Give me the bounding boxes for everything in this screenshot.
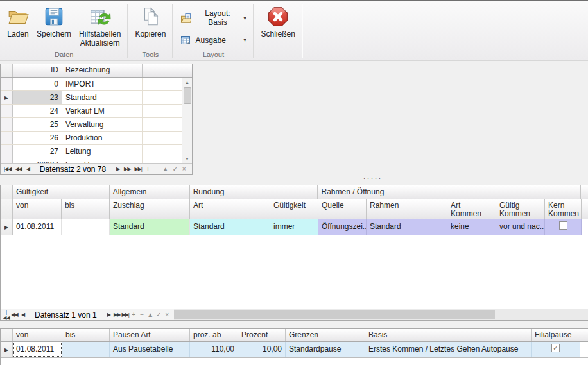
cell-gueltig-kommen[interactable]: vor und nac...	[496, 219, 545, 235]
cell-zuschlag[interactable]: Standard	[110, 219, 190, 235]
table-row-selected[interactable]: ▶ 23 Standard	[1, 91, 192, 105]
table-row[interactable]: 20087 Logistik	[1, 158, 192, 163]
cell-id[interactable]: 27	[13, 145, 62, 158]
cell-von[interactable]: 01.08.2011	[13, 219, 62, 235]
cell-bezeichnung[interactable]: Verwaltung	[62, 118, 143, 131]
nav-last-button[interactable]: ▶▶|	[132, 165, 143, 174]
cell-bezeichnung[interactable]: Produktion	[62, 132, 143, 144]
nav-next-button[interactable]: ▶	[105, 310, 113, 319]
cell-bezeichnung[interactable]: Logistik	[62, 158, 143, 163]
nav-edit-button[interactable]: ▲	[160, 165, 171, 174]
band-gueltigkeit[interactable]: Gültigkeit	[13, 185, 110, 199]
cell-gueltigkeit[interactable]: immer	[270, 219, 318, 235]
column-header-filialpause[interactable]: Filialpause	[532, 329, 580, 341]
cell-id[interactable]: 20087	[13, 158, 62, 163]
filialpause-checkbox[interactable]: ✓	[551, 344, 560, 352]
cell-bezeichnung[interactable]: Leitung	[62, 145, 143, 158]
column-header-von[interactable]: von	[13, 329, 62, 341]
column-header-gueltig-kommen[interactable]: Gültig Kommen	[496, 199, 545, 219]
scroll-up-icon[interactable]: ▲	[182, 78, 192, 87]
column-header-art-kommen[interactable]: Art Kommen	[447, 199, 496, 219]
column-header-id[interactable]: ID	[13, 64, 62, 77]
column-header-pausen-art[interactable]: Pausen Art	[110, 329, 190, 341]
column-header-bezeichnung[interactable]: Bezeichnung	[62, 64, 143, 77]
table-row[interactable]: 26 Produktion	[1, 132, 192, 145]
cell-prozent[interactable]: 10,00	[238, 342, 286, 357]
cell-von-focused[interactable]: 01.08.2011	[13, 342, 62, 357]
column-header-art[interactable]: Art	[190, 199, 270, 219]
scrollbar-thumb[interactable]	[174, 310, 495, 319]
cell-id-selected[interactable]: 23	[13, 91, 62, 104]
nav-edit-button[interactable]: ▲	[146, 310, 155, 319]
cell-id[interactable]: 24	[13, 105, 62, 117]
laden-button[interactable]: Laden	[3, 3, 33, 40]
cell-art[interactable]: Standard	[190, 219, 270, 235]
cell-proz-ab[interactable]: 110,00	[190, 342, 238, 357]
band-allgemein[interactable]: Allgemein	[110, 185, 190, 199]
speichern-button[interactable]: Speichern	[33, 3, 75, 40]
nav-prev-page-button[interactable]: ◀◀	[13, 165, 23, 174]
hilfstabellen-aktualisieren-button[interactable]: Hilfstabellen Aktualisiern	[75, 3, 125, 49]
band-rahmen-oeffnung[interactable]: Rahmen / Öffnung	[318, 185, 581, 199]
kern-kommen-checkbox[interactable]	[559, 221, 567, 230]
vertical-scrollbar[interactable]: ▲ ▼	[182, 78, 192, 163]
column-header-prozent[interactable]: Prozent	[238, 329, 286, 341]
ausgabe-dropdown[interactable]: Ausgabe ▾	[178, 34, 248, 46]
table-row[interactable]: ▶ 01.08.2011 Standard Standard immer Öff…	[1, 219, 588, 235]
column-header-bis[interactable]: bis	[62, 329, 110, 341]
horizontal-splitter-2[interactable]: ·····	[0, 322, 588, 328]
cell-grenzen[interactable]: Standardpause	[286, 342, 365, 357]
column-header-gueltigkeit[interactable]: Gültigkeit	[270, 199, 318, 219]
nav-delete-button[interactable]: −	[138, 310, 146, 319]
layout-basis-dropdown[interactable]: Layout: Basis ▾	[178, 8, 248, 28]
column-header-grenzen[interactable]: Grenzen	[286, 329, 365, 341]
table-row[interactable]: 0 IMPORT	[1, 78, 192, 91]
table-row[interactable]: 24 Verkauf LM	[1, 105, 192, 118]
nav-prev-button[interactable]: ◀	[24, 165, 32, 174]
schliessen-button[interactable]: Schließen	[257, 3, 298, 40]
column-header-rahmen[interactable]: Rahmen	[367, 199, 447, 219]
nav-add-button[interactable]: +	[130, 310, 138, 319]
table-row[interactable]: 27 Leitung	[1, 145, 192, 158]
kopieren-button[interactable]: Kopieren	[131, 3, 169, 40]
nav-first-button[interactable]: |◀◀	[2, 165, 13, 174]
nav-prev-page-button[interactable]: ◀◀	[10, 310, 19, 319]
column-header-zuschlag[interactable]: Zuschlag	[110, 199, 190, 219]
cell-art-kommen[interactable]: keine	[447, 219, 496, 235]
nav-delete-button[interactable]: −	[152, 165, 160, 174]
horizontal-splitter-1[interactable]: ·····	[0, 176, 588, 182]
column-header-proz-ab[interactable]: proz. ab	[190, 329, 238, 341]
cell-id[interactable]: 25	[13, 118, 62, 131]
nav-next-button[interactable]: ▶	[114, 165, 122, 174]
cell-bezeichnung[interactable]: Standard	[62, 91, 143, 104]
scroll-down-icon[interactable]: ▼	[182, 154, 192, 163]
nav-next-page-button[interactable]: ▶▶	[122, 165, 132, 174]
column-header-bis[interactable]: bis	[62, 199, 110, 219]
horizontal-scrollbar[interactable]	[174, 309, 588, 320]
table-row[interactable]: 25 Verwaltung	[1, 118, 192, 132]
nav-post-button[interactable]: ✓	[155, 310, 163, 319]
nav-cancel-button[interactable]: ×	[180, 165, 188, 174]
nav-next-page-button[interactable]: ▶▶	[113, 310, 121, 319]
table-row[interactable]: ▶ 01.08.2011 Aus Pausetabelle 110,00 10,…	[1, 342, 588, 358]
cell-bis[interactable]	[62, 219, 110, 235]
nav-add-button[interactable]: +	[144, 165, 152, 174]
column-header-von[interactable]: von	[13, 199, 62, 219]
nav-post-button[interactable]: ✓	[171, 165, 180, 174]
cell-basis[interactable]: Erstes Kommen / Letztes Gehen Autopause	[365, 342, 532, 357]
cell-pausen-art[interactable]: Aus Pausetabelle	[110, 342, 190, 357]
cell-rahmen[interactable]: Standard	[367, 219, 447, 235]
cell-id[interactable]: 0	[13, 78, 62, 90]
column-header-basis[interactable]: Basis	[365, 329, 532, 341]
band-rundung[interactable]: Rundung	[190, 185, 318, 199]
nav-first-button[interactable]: |◀◀	[2, 310, 10, 319]
column-header-quelle[interactable]: Quelle	[318, 199, 367, 219]
nav-last-button[interactable]: ▶▶|	[121, 310, 130, 319]
cell-bis[interactable]	[62, 342, 110, 357]
cell-quelle[interactable]: Öffnungszei...	[318, 219, 367, 235]
cell-bezeichnung[interactable]: IMPORT	[62, 78, 143, 90]
scrollbar-thumb[interactable]	[184, 87, 191, 104]
nav-cancel-button[interactable]: ×	[163, 310, 171, 319]
cell-id[interactable]: 26	[13, 132, 62, 144]
column-header-kern-kommen[interactable]: Kern Kommen	[545, 199, 582, 219]
